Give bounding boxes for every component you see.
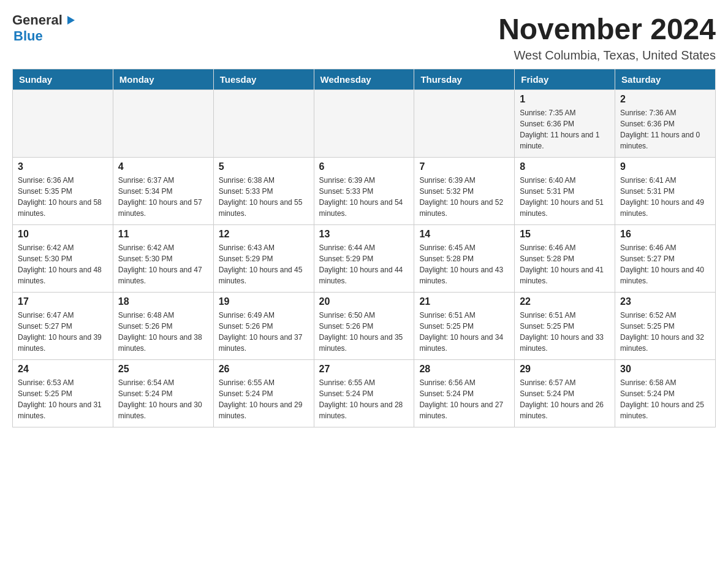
- daylight-text: Daylight: 10 hours and 35 minutes.: [319, 333, 403, 353]
- day-cell-w5-d4: 27Sunrise: 6:55 AMSunset: 5:24 PMDayligh…: [314, 360, 414, 427]
- sunrise-text: Sunrise: 7:36 AM: [620, 109, 676, 117]
- daylight-text: Daylight: 10 hours and 28 minutes.: [319, 400, 403, 420]
- sunrise-text: Sunrise: 6:49 AM: [219, 311, 275, 320]
- day-cell-w1-d3: [213, 90, 314, 158]
- day-number: 28: [419, 364, 509, 375]
- day-cell-w4-d6: 22Sunrise: 6:51 AMSunset: 5:25 PMDayligh…: [515, 293, 615, 360]
- calendar-table: Sunday Monday Tuesday Wednesday Thursday…: [12, 69, 716, 427]
- day-info: Sunrise: 6:36 AMSunset: 5:35 PMDaylight:…: [18, 175, 108, 219]
- day-info: Sunrise: 6:43 AMSunset: 5:29 PMDaylight:…: [219, 242, 309, 286]
- sunset-text: Sunset: 5:27 PM: [620, 255, 675, 263]
- daylight-text: Daylight: 10 hours and 58 minutes.: [18, 198, 102, 218]
- daylight-text: Daylight: 10 hours and 48 minutes.: [18, 266, 102, 285]
- sunset-text: Sunset: 5:28 PM: [520, 255, 574, 263]
- sunrise-text: Sunrise: 6:39 AM: [419, 176, 475, 185]
- sunrise-text: Sunrise: 6:43 AM: [219, 243, 275, 252]
- daylight-text: Daylight: 10 hours and 41 minutes.: [520, 266, 604, 285]
- sunset-text: Sunset: 5:33 PM: [219, 187, 273, 196]
- day-cell-w5-d1: 24Sunrise: 6:53 AMSunset: 5:25 PMDayligh…: [13, 360, 113, 427]
- day-info: Sunrise: 6:52 AMSunset: 5:25 PMDaylight:…: [620, 310, 710, 354]
- sunrise-text: Sunrise: 6:46 AM: [520, 243, 575, 252]
- day-number: 7: [419, 161, 509, 172]
- day-cell-w5-d2: 25Sunrise: 6:54 AMSunset: 5:24 PMDayligh…: [113, 360, 213, 427]
- sunset-text: Sunset: 5:25 PM: [520, 322, 574, 331]
- sunset-text: Sunset: 5:30 PM: [118, 255, 173, 263]
- day-number: 11: [118, 229, 208, 240]
- sunset-text: Sunset: 5:26 PM: [319, 322, 374, 331]
- day-cell-w5-d5: 28Sunrise: 6:56 AMSunset: 5:24 PMDayligh…: [414, 360, 515, 427]
- day-info: Sunrise: 6:54 AMSunset: 5:24 PMDaylight:…: [118, 377, 208, 421]
- sunrise-text: Sunrise: 6:47 AM: [18, 311, 74, 320]
- day-number: 16: [620, 229, 710, 240]
- day-number: 21: [419, 296, 509, 307]
- day-cell-w2-d2: 4Sunrise: 6:37 AMSunset: 5:34 PMDaylight…: [113, 158, 213, 225]
- day-number: 17: [18, 296, 108, 307]
- logo-general-text: General: [12, 12, 63, 28]
- day-cell-w3-d5: 14Sunrise: 6:45 AMSunset: 5:28 PMDayligh…: [414, 225, 515, 293]
- week-row-4: 17Sunrise: 6:47 AMSunset: 5:27 PMDayligh…: [13, 293, 716, 360]
- sunset-text: Sunset: 5:28 PM: [419, 255, 474, 263]
- sunrise-text: Sunrise: 6:38 AM: [219, 176, 275, 185]
- sunset-text: Sunset: 6:36 PM: [620, 120, 675, 128]
- day-cell-w4-d3: 19Sunrise: 6:49 AMSunset: 5:26 PMDayligh…: [213, 293, 314, 360]
- day-number: 2: [620, 94, 710, 105]
- daylight-text: Daylight: 10 hours and 49 minutes.: [620, 198, 704, 218]
- sunrise-text: Sunrise: 6:36 AM: [18, 176, 74, 185]
- sunrise-text: Sunrise: 6:51 AM: [419, 311, 475, 320]
- daylight-text: Daylight: 10 hours and 33 minutes.: [520, 333, 604, 353]
- col-saturday: Saturday: [615, 69, 716, 90]
- daylight-text: Daylight: 10 hours and 40 minutes.: [620, 266, 704, 285]
- day-info: Sunrise: 6:39 AMSunset: 5:32 PMDaylight:…: [419, 175, 509, 219]
- day-cell-w2-d7: 9Sunrise: 6:41 AMSunset: 5:31 PMDaylight…: [615, 158, 716, 225]
- day-cell-w4-d2: 18Sunrise: 6:48 AMSunset: 5:26 PMDayligh…: [113, 293, 213, 360]
- week-row-5: 24Sunrise: 6:53 AMSunset: 5:25 PMDayligh…: [13, 360, 716, 427]
- day-number: 9: [620, 161, 710, 172]
- day-info: Sunrise: 6:51 AMSunset: 5:25 PMDaylight:…: [520, 310, 610, 354]
- day-cell-w2-d4: 6Sunrise: 6:39 AMSunset: 5:33 PMDaylight…: [314, 158, 414, 225]
- day-info: Sunrise: 6:50 AMSunset: 5:26 PMDaylight:…: [319, 310, 409, 354]
- sunrise-text: Sunrise: 6:44 AM: [319, 243, 375, 252]
- sunrise-text: Sunrise: 6:45 AM: [419, 243, 475, 252]
- day-number: 1: [520, 94, 610, 105]
- day-number: 30: [620, 364, 710, 375]
- logo-arrow-icon: [63, 13, 76, 27]
- day-cell-w1-d2: [113, 90, 213, 158]
- day-cell-w5-d6: 29Sunrise: 6:57 AMSunset: 5:24 PMDayligh…: [515, 360, 615, 427]
- daylight-text: Daylight: 10 hours and 26 minutes.: [520, 400, 604, 420]
- sunrise-text: Sunrise: 6:39 AM: [319, 176, 375, 185]
- calendar-header-row: Sunday Monday Tuesday Wednesday Thursday…: [13, 69, 716, 90]
- day-info: Sunrise: 6:37 AMSunset: 5:34 PMDaylight:…: [118, 175, 208, 219]
- sunset-text: Sunset: 5:31 PM: [620, 187, 675, 196]
- day-cell-w4-d1: 17Sunrise: 6:47 AMSunset: 5:27 PMDayligh…: [13, 293, 113, 360]
- day-cell-w2-d3: 5Sunrise: 6:38 AMSunset: 5:33 PMDaylight…: [213, 158, 314, 225]
- sunset-text: Sunset: 5:24 PM: [620, 389, 675, 398]
- sunset-text: Sunset: 6:36 PM: [520, 120, 574, 128]
- day-number: 4: [118, 161, 208, 172]
- sunset-text: Sunset: 5:24 PM: [219, 389, 273, 398]
- sunrise-text: Sunrise: 6:52 AM: [620, 311, 676, 320]
- day-number: 6: [319, 161, 409, 172]
- day-cell-w3-d2: 11Sunrise: 6:42 AMSunset: 5:30 PMDayligh…: [113, 225, 213, 293]
- day-info: Sunrise: 6:39 AMSunset: 5:33 PMDaylight:…: [319, 175, 409, 219]
- sunrise-text: Sunrise: 6:54 AM: [118, 378, 174, 387]
- sunset-text: Sunset: 5:29 PM: [319, 255, 374, 263]
- day-info: Sunrise: 6:40 AMSunset: 5:31 PMDaylight:…: [520, 175, 610, 219]
- sunset-text: Sunset: 5:26 PM: [118, 322, 173, 331]
- day-number: 15: [520, 229, 610, 240]
- day-info: Sunrise: 6:42 AMSunset: 5:30 PMDaylight:…: [118, 242, 208, 286]
- daylight-text: Daylight: 10 hours and 45 minutes.: [219, 266, 303, 285]
- day-cell-w2-d5: 7Sunrise: 6:39 AMSunset: 5:32 PMDaylight…: [414, 158, 515, 225]
- day-info: Sunrise: 6:46 AMSunset: 5:28 PMDaylight:…: [520, 242, 610, 286]
- day-cell-w4-d4: 20Sunrise: 6:50 AMSunset: 5:26 PMDayligh…: [314, 293, 414, 360]
- day-cell-w1-d4: [314, 90, 414, 158]
- sunrise-text: Sunrise: 6:55 AM: [219, 378, 275, 387]
- day-number: 26: [219, 364, 309, 375]
- day-cell-w3-d7: 16Sunrise: 6:46 AMSunset: 5:27 PMDayligh…: [615, 225, 716, 293]
- daylight-text: Daylight: 10 hours and 57 minutes.: [118, 198, 202, 218]
- day-info: Sunrise: 6:44 AMSunset: 5:29 PMDaylight:…: [319, 242, 409, 286]
- week-row-1: 1Sunrise: 7:35 AMSunset: 6:36 PMDaylight…: [13, 90, 716, 158]
- day-cell-w1-d1: [13, 90, 113, 158]
- day-cell-w2-d6: 8Sunrise: 6:40 AMSunset: 5:31 PMDaylight…: [515, 158, 615, 225]
- sunset-text: Sunset: 5:24 PM: [118, 389, 173, 398]
- sunrise-text: Sunrise: 7:35 AM: [520, 109, 575, 117]
